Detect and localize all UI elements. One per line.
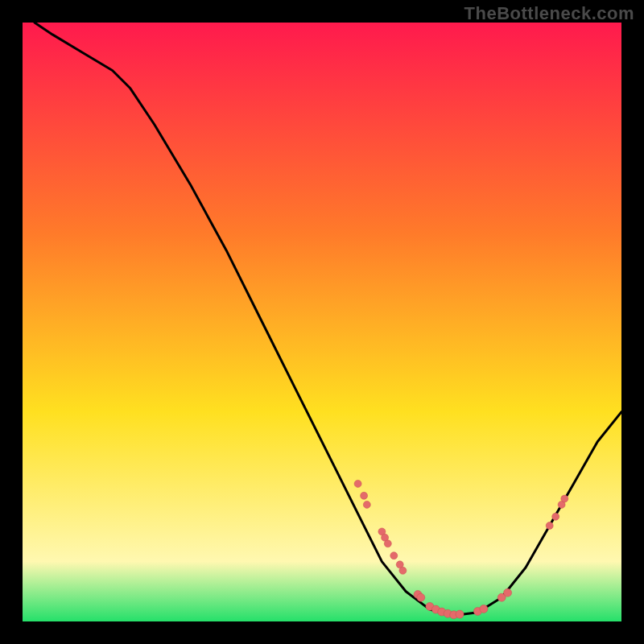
data-marker — [361, 492, 368, 499]
data-marker — [456, 610, 464, 618]
data-marker — [561, 495, 568, 502]
chart-frame: TheBottleneck.com — [0, 0, 644, 644]
data-marker — [384, 540, 391, 547]
data-marker — [390, 552, 398, 559]
data-marker — [399, 567, 407, 574]
data-marker — [480, 605, 488, 613]
plot-area — [23, 23, 621, 621]
chart-svg — [23, 23, 621, 621]
watermark-text: TheBottleneck.com — [464, 3, 634, 24]
data-marker — [552, 513, 559, 520]
data-marker — [504, 588, 512, 597]
gradient-background — [23, 23, 621, 621]
data-marker — [417, 593, 425, 601]
data-marker — [363, 501, 370, 508]
data-marker — [546, 522, 553, 530]
data-marker — [354, 480, 361, 487]
